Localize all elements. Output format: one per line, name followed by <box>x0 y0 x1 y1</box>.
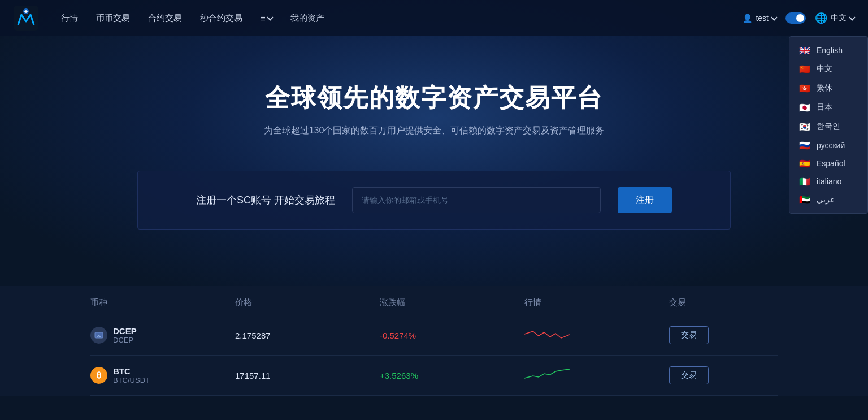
coin-info-dcep: DCEP DCEP <box>113 326 137 344</box>
coin-info-btc: BTC BTC/USDT <box>113 366 150 384</box>
lang-item-ko[interactable]: 🇰🇷 한국인 <box>789 117 867 136</box>
logo[interactable] <box>14 6 38 31</box>
nav-right: 👤 test 🌐 中文 <box>743 12 854 24</box>
user-info[interactable]: 👤 test <box>743 14 776 23</box>
username: test <box>756 14 769 23</box>
flag-en: 🇬🇧 <box>798 46 811 55</box>
lang-chevron-icon <box>849 14 855 20</box>
lang-label-tw: 繁休 <box>817 83 832 93</box>
flag-es: 🇪🇸 <box>798 159 811 168</box>
col-price: 价格 <box>235 297 380 308</box>
hero-subtitle: 为全球超过130个国家的数百万用户提供安全、可信赖的数字资产交易及资产管理服务 <box>11 125 857 137</box>
lang-item-tw[interactable]: 🇭🇰 繁休 <box>789 79 867 98</box>
trade-button-dcep[interactable]: 交易 <box>669 326 709 344</box>
nav-links: 行情 币币交易 合约交易 秒合约交易 ≡ 我的资产 <box>61 13 743 24</box>
flag-zh: 🇨🇳 <box>798 64 811 73</box>
table-row: ₿ BTC BTC/USDT 17157.11 +3.5263% 交易 <box>90 356 778 396</box>
col-trade: 交易 <box>669 297 778 308</box>
flag-tw: 🇭🇰 <box>798 84 811 93</box>
nav-more[interactable]: ≡ <box>261 14 272 23</box>
col-change: 涨跌幅 <box>380 297 524 308</box>
coin-cell-dcep: DC DCEP DCEP <box>90 326 235 344</box>
lang-item-ru[interactable]: 🇷🇺 русский <box>789 136 867 154</box>
reg-label: 注册一个SC账号 开始交易旅程 <box>196 193 335 207</box>
price-btc: 17157.11 <box>235 371 380 380</box>
coin-pair-dcep: DCEP <box>113 336 137 344</box>
language-selector[interactable]: 🌐 中文 <box>815 12 854 24</box>
flag-ja: 🇯🇵 <box>798 103 811 112</box>
table-header: 币种 价格 涨跌幅 行情 交易 <box>90 286 778 315</box>
change-btc: +3.5263% <box>380 371 524 380</box>
registration-bar: 注册一个SC账号 开始交易旅程 注册 <box>137 171 731 230</box>
user-chevron-icon <box>771 14 777 20</box>
nav-coin-trade[interactable]: 币币交易 <box>96 13 130 24</box>
lang-item-zh[interactable]: 🇨🇳 中文 <box>789 59 867 79</box>
nav-second-contract[interactable]: 秒合约交易 <box>200 13 242 24</box>
coin-cell-btc: ₿ BTC BTC/USDT <box>90 366 235 384</box>
nav-my-assets[interactable]: 我的资产 <box>290 13 324 24</box>
chevron-down-icon <box>267 14 273 20</box>
coin-icon-dcep: DC <box>90 327 107 344</box>
lang-item-ar[interactable]: 🇦🇪 عربي <box>789 190 867 209</box>
lang-item-ja[interactable]: 🇯🇵 日本 <box>789 98 867 117</box>
language-dropdown: 🇬🇧 English 🇨🇳 中文 🇭🇰 繁休 🇯🇵 日本 🇰🇷 한국인 🇷🇺 р… <box>789 36 868 214</box>
lang-label-ja: 日本 <box>817 102 832 112</box>
reg-email-input[interactable] <box>352 187 601 213</box>
coin-pair-btc: BTC/USDT <box>113 376 150 384</box>
price-dcep: 2.175287 <box>235 331 380 340</box>
theme-toggle[interactable] <box>785 12 806 24</box>
svg-text:DC: DC <box>97 334 102 337</box>
lang-item-en[interactable]: 🇬🇧 English <box>789 41 867 59</box>
change-dcep: -0.5274% <box>380 331 524 340</box>
flag-ar: 🇦🇪 <box>798 195 811 204</box>
trade-button-btc[interactable]: 交易 <box>669 366 709 384</box>
hero-title: 全球领先的数字资产交易平台 <box>11 81 857 115</box>
globe-icon: 🌐 <box>815 12 827 24</box>
lang-label-en: English <box>817 46 843 55</box>
col-market: 行情 <box>524 297 669 308</box>
flag-ru: 🇷🇺 <box>798 141 811 150</box>
flag-it: 🇮🇹 <box>798 177 811 186</box>
trade-cell-btc: 交易 <box>669 366 778 384</box>
flag-ko: 🇰🇷 <box>798 122 811 131</box>
trade-cell-dcep: 交易 <box>669 326 778 344</box>
current-language: 中文 <box>831 13 847 23</box>
lang-item-es[interactable]: 🇪🇸 Español <box>789 154 867 172</box>
navbar: 行情 币币交易 合约交易 秒合约交易 ≡ 我的资产 👤 test 🌐 中文 🇬🇧… <box>0 0 868 36</box>
lang-label-ru: русский <box>817 141 845 150</box>
lang-label-zh: 中文 <box>817 64 832 74</box>
col-coin: 币种 <box>90 297 235 308</box>
user-icon: 👤 <box>743 14 752 23</box>
coin-name-dcep: DCEP <box>113 326 137 336</box>
hero-section: 全球领先的数字资产交易平台 为全球超过130个国家的数百万用户提供安全、可信赖的… <box>0 36 868 263</box>
lang-label-ar: عربي <box>817 195 835 204</box>
chart-btc <box>524 366 669 385</box>
reg-button[interactable]: 注册 <box>618 187 672 213</box>
lang-label-ko: 한국인 <box>817 122 840 132</box>
coin-name-btc: BTC <box>113 366 150 376</box>
coin-icon-btc: ₿ <box>90 367 107 384</box>
nav-market[interactable]: 行情 <box>61 13 78 24</box>
market-table: 币种 价格 涨跌幅 行情 交易 DC DCEP DCEP 2.175287 -0… <box>0 286 868 396</box>
lang-label-it: italiano <box>817 177 841 186</box>
nav-contract-trade[interactable]: 合约交易 <box>148 13 182 24</box>
lang-label-es: Español <box>817 159 845 168</box>
lang-item-it[interactable]: 🇮🇹 italiano <box>789 172 867 190</box>
table-row: DC DCEP DCEP 2.175287 -0.5274% 交易 <box>90 315 778 356</box>
chart-dcep <box>524 326 669 345</box>
